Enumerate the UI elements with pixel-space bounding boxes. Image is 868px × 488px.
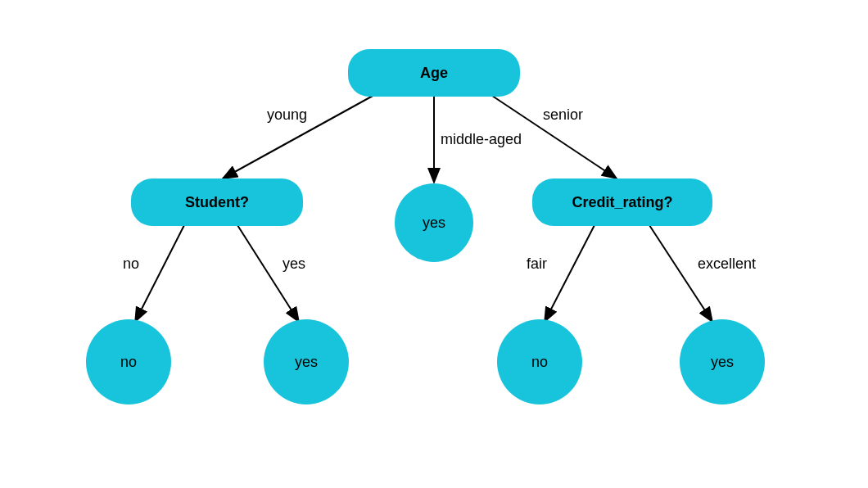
edge-credit-to-fair bbox=[545, 225, 594, 322]
leaf-credit-excellent: yes bbox=[680, 319, 765, 404]
leaf-middle-aged-label: yes bbox=[423, 215, 445, 232]
edge-label-senior: senior bbox=[543, 106, 583, 124]
node-age-label: Age bbox=[420, 65, 448, 82]
leaf-credit-fair: no bbox=[497, 319, 582, 404]
edge-label-young: young bbox=[267, 106, 307, 124]
leaf-middle-aged: yes bbox=[395, 183, 473, 262]
edge-label-credit-excellent: excellent bbox=[698, 255, 756, 273]
leaf-student-no-label: no bbox=[120, 354, 137, 371]
edge-label-student-yes: yes bbox=[283, 255, 305, 273]
leaf-student-yes-label: yes bbox=[295, 354, 318, 371]
edge-student-to-no bbox=[135, 225, 184, 322]
edge-credit-to-excellent bbox=[649, 225, 712, 322]
node-student-label: Student? bbox=[185, 194, 249, 211]
leaf-credit-excellent-label: yes bbox=[711, 354, 734, 371]
node-student: Student? bbox=[131, 178, 303, 226]
edge-label-credit-fair: fair bbox=[527, 255, 547, 273]
leaf-credit-fair-label: no bbox=[531, 354, 548, 371]
decision-tree-diagram: Age Student? Credit_rating? yes no yes n… bbox=[0, 0, 868, 488]
leaf-student-yes: yes bbox=[264, 319, 349, 404]
node-age: Age bbox=[348, 49, 520, 97]
edge-student-to-yes bbox=[237, 225, 299, 322]
edge-label-middle-aged: middle-aged bbox=[441, 131, 522, 148]
edge-label-student-no: no bbox=[123, 255, 139, 273]
edge-root-to-student bbox=[223, 86, 391, 178]
node-credit-rating: Credit_rating? bbox=[532, 178, 712, 226]
leaf-student-no: no bbox=[86, 319, 171, 404]
node-credit-rating-label: Credit_rating? bbox=[572, 194, 672, 211]
